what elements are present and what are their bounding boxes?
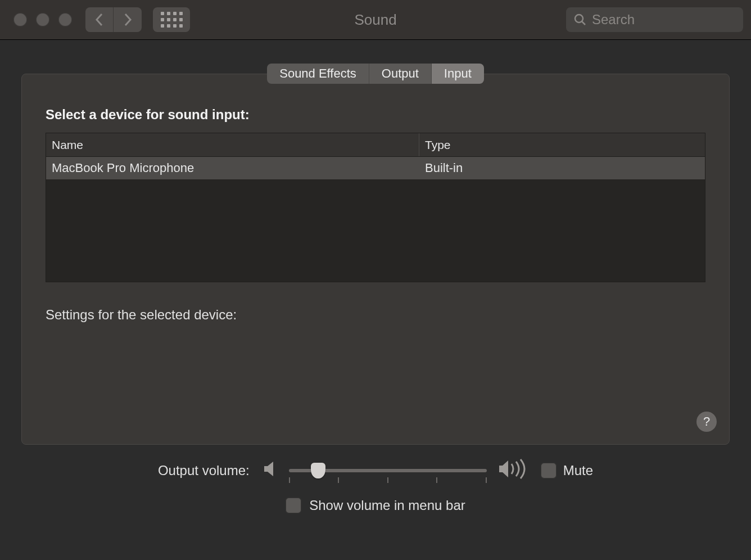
- output-volume-slider[interactable]: [289, 459, 487, 482]
- settings-heading: Settings for the selected device:: [46, 307, 705, 323]
- tab-label: Input: [444, 66, 472, 81]
- back-button[interactable]: [85, 7, 114, 32]
- close-window-button[interactable]: [13, 13, 27, 26]
- help-button[interactable]: ?: [696, 412, 717, 432]
- search-icon: [574, 13, 586, 26]
- show-volume-checkbox[interactable]: [286, 498, 301, 513]
- section-heading: Select a device for sound input:: [46, 107, 705, 123]
- nav-buttons: [85, 7, 142, 32]
- device-table: Name Type MacBook Pro Microphone Built-i…: [46, 133, 705, 282]
- table-body: MacBook Pro Microphone Built-in: [46, 157, 705, 282]
- mute-checkbox[interactable]: [541, 463, 557, 478]
- table-row[interactable]: MacBook Pro Microphone Built-in: [46, 157, 705, 179]
- window-controls: [13, 13, 72, 26]
- column-header-name[interactable]: Name: [46, 133, 419, 156]
- svg-point-0: [575, 15, 583, 22]
- table-header: Name Type: [46, 133, 705, 157]
- mute-group: Mute: [541, 463, 593, 478]
- output-volume-label: Output volume:: [158, 463, 250, 478]
- zoom-window-button[interactable]: [58, 13, 72, 26]
- output-volume-row: Output volume: Mute: [158, 458, 593, 483]
- help-icon: ?: [703, 414, 710, 429]
- speaker-loud-icon: [498, 458, 530, 483]
- device-name: MacBook Pro Microphone: [46, 161, 419, 175]
- svg-line-1: [582, 21, 585, 25]
- tab-label: Sound Effects: [279, 66, 356, 81]
- search-placeholder: Search: [592, 12, 635, 28]
- column-header-type[interactable]: Type: [419, 133, 705, 156]
- titlebar: Sound Search: [0, 0, 751, 40]
- speaker-quiet-icon: [263, 460, 278, 481]
- slider-thumb[interactable]: [311, 463, 325, 478]
- show-all-button[interactable]: [153, 7, 190, 32]
- tab-sound-effects[interactable]: Sound Effects: [267, 64, 369, 84]
- forward-button[interactable]: [114, 7, 142, 32]
- show-volume-row: Show volume in menu bar: [286, 498, 465, 513]
- tab-output[interactable]: Output: [369, 64, 432, 84]
- show-volume-label: Show volume in menu bar: [309, 498, 465, 513]
- grid-icon: [161, 12, 183, 28]
- search-field[interactable]: Search: [566, 7, 743, 32]
- main-panel: Select a device for sound input: Name Ty…: [21, 74, 730, 445]
- mute-label: Mute: [563, 463, 593, 478]
- tab-input[interactable]: Input: [432, 64, 484, 84]
- tabs: Sound Effects Output Input: [267, 64, 484, 84]
- tab-row: Sound Effects Output Input: [0, 64, 751, 84]
- minimize-window-button[interactable]: [36, 13, 49, 26]
- tab-label: Output: [382, 66, 419, 81]
- device-type: Built-in: [419, 161, 705, 175]
- window-title: Sound: [354, 11, 396, 29]
- footer-controls: Output volume: Mute Show volume in menu …: [0, 458, 751, 513]
